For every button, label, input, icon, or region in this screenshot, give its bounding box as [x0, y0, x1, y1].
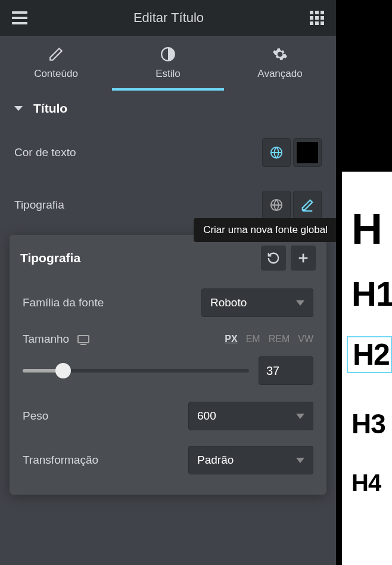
transform-select[interactable]: Padrão: [188, 446, 313, 474]
control-text-color: Cor de texto: [0, 126, 336, 179]
tab-label: Conteúdo: [34, 68, 78, 80]
unit-px[interactable]: PX: [225, 334, 237, 344]
chevron-down-icon: [296, 300, 304, 306]
heading-preview-h0[interactable]: H: [342, 207, 392, 250]
size-header: Tamanho PX EM REM VW: [23, 333, 313, 346]
size-slider-row: 37: [23, 356, 313, 385]
size-value: 37: [266, 364, 279, 378]
tab-advanced[interactable]: Avançado: [224, 36, 336, 91]
weight-value: 600: [197, 409, 216, 423]
tab-style[interactable]: Estilo: [112, 36, 224, 91]
edit-typography-button[interactable]: [293, 191, 322, 219]
content-area: Título Cor de texto Tipografia: [0, 91, 336, 565]
font-family-select[interactable]: Roboto: [201, 288, 313, 317]
font-family-value: Roboto: [210, 296, 247, 309]
font-family-row: Família da fonte Roboto: [23, 288, 313, 317]
reset-button[interactable]: [261, 246, 286, 271]
unit-vw[interactable]: VW: [298, 334, 313, 344]
popover-title: Tipografia: [20, 251, 80, 265]
pencil-icon: [48, 46, 64, 62]
slider-thumb[interactable]: [55, 363, 71, 378]
chevron-down-icon: [296, 414, 304, 419]
chevron-down-icon: [14, 106, 23, 111]
tab-content[interactable]: Conteúdo: [0, 36, 112, 91]
typography-controls: [262, 191, 322, 219]
tab-label: Estilo: [155, 68, 181, 80]
weight-row: Peso 600: [23, 402, 313, 430]
font-family-label: Família da fonte: [23, 296, 104, 309]
color-swatch-button[interactable]: [293, 138, 322, 167]
desktop-icon[interactable]: [77, 335, 89, 343]
popover-body: Família da fonte Roboto Tamanho PX EM: [10, 281, 326, 495]
heading-preview-h3[interactable]: H3: [342, 410, 392, 437]
preview-content: H H1 H2 H3 H4: [342, 172, 392, 565]
editor-panel: Editar Título Conteúdo Estilo Avançado: [0, 0, 336, 565]
size-slider[interactable]: [23, 369, 249, 372]
tooltip: Criar uma nova fonte global: [194, 218, 336, 242]
popover-actions: [261, 246, 316, 271]
unit-rem[interactable]: REM: [269, 334, 290, 344]
transform-value: Padrão: [197, 454, 234, 467]
unit-em[interactable]: EM: [246, 334, 260, 344]
typography-label: Tipografia: [14, 198, 64, 212]
global-color-button[interactable]: [262, 138, 291, 167]
color-swatch: [297, 142, 318, 163]
heading-preview-h1[interactable]: H1: [342, 277, 392, 311]
menu-icon[interactable]: [12, 11, 27, 24]
weight-label: Peso: [23, 409, 48, 423]
unit-switcher: PX EM REM VW: [225, 334, 313, 344]
section-title-toggle[interactable]: Título: [0, 91, 336, 126]
panel-header: Editar Título: [0, 0, 336, 36]
gear-icon: [272, 46, 288, 62]
preview-canvas: H H1 H2 H3 H4: [336, 0, 392, 565]
section-title: Título: [33, 101, 67, 116]
contrast-icon: [160, 46, 176, 62]
transform-row: Transformação Padrão: [23, 446, 313, 474]
typography-popover: Criar uma nova fonte global Tipografia F…: [10, 235, 326, 495]
heading-preview-h2[interactable]: H2: [347, 336, 392, 373]
add-global-font-button[interactable]: [291, 246, 316, 271]
tab-bar: Conteúdo Estilo Avançado: [0, 36, 336, 91]
apps-icon[interactable]: [310, 11, 324, 25]
panel-title: Editar Título: [133, 10, 204, 26]
global-typography-button[interactable]: [262, 191, 291, 219]
text-color-label: Cor de texto: [14, 146, 76, 159]
size-input[interactable]: 37: [259, 356, 313, 385]
weight-select[interactable]: 600: [188, 402, 313, 430]
heading-preview-h4[interactable]: H4: [342, 471, 392, 495]
transform-label: Transformação: [23, 454, 98, 467]
chevron-down-icon: [296, 458, 304, 463]
tab-label: Avançado: [257, 68, 302, 80]
size-label: Tamanho: [23, 333, 69, 346]
text-color-controls: [262, 138, 322, 167]
